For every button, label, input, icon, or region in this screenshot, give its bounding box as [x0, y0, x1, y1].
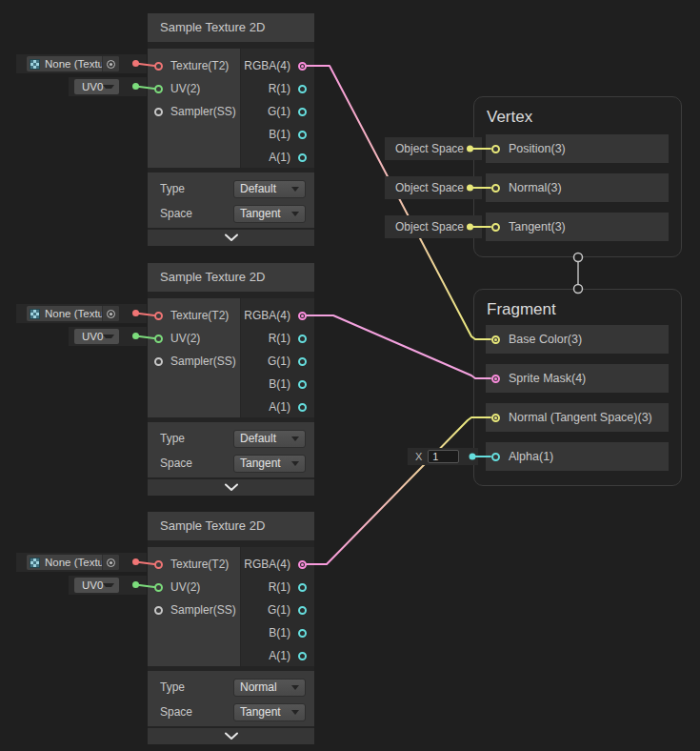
node-sample-texture-2d-2[interactable]: Sample Texture 2D Texture(T2) UV(2) Samp…	[148, 263, 314, 496]
port-rgba-output[interactable]	[298, 62, 307, 71]
port-label: Alpha(1)	[509, 450, 553, 463]
node-controls: Type Normal Space Tangent	[148, 671, 314, 726]
port-sampler-input[interactable]	[154, 606, 163, 615]
port-texture-input[interactable]	[154, 560, 163, 569]
port-a-output[interactable]	[298, 153, 307, 162]
port-label: UV(2)	[170, 332, 200, 345]
node-header[interactable]: Sample Texture 2D	[148, 13, 314, 42]
port-label: Texture(T2)	[170, 59, 229, 72]
port-position-input[interactable]	[491, 145, 500, 153]
texture-object-field[interactable]: None (Textu	[27, 306, 119, 321]
port-label: B(1)	[269, 377, 290, 391]
dropdown-value: Normal	[240, 680, 291, 694]
block-row-position[interactable]: Position(3)	[486, 134, 669, 163]
dropdown-arrow-icon	[103, 335, 114, 338]
port-g-output[interactable]	[298, 108, 307, 116]
control-label: Type	[160, 432, 233, 445]
port-g-output[interactable]	[298, 357, 307, 366]
space-dropdown[interactable]: Tangent	[233, 455, 306, 473]
object-picker-button[interactable]	[102, 306, 119, 321]
block-row-normal[interactable]: Normal(3)	[486, 173, 669, 202]
port-alpha-input[interactable]	[491, 453, 500, 461]
dropdown-arrow-icon	[291, 710, 299, 715]
port-label: UV(2)	[170, 580, 200, 594]
node-sample-texture-2d-1[interactable]: Sample Texture 2D Texture(T2) UV(2) Samp…	[148, 13, 314, 246]
node-sample-texture-2d-3[interactable]: Sample Texture 2D Texture(T2) UV(2) Samp…	[148, 512, 314, 744]
dropdown-value: UV0	[82, 579, 103, 591]
control-label: Space	[160, 705, 233, 719]
port-r-output[interactable]	[298, 335, 307, 343]
port-uv-input[interactable]	[154, 583, 163, 592]
port-label: G(1)	[268, 603, 290, 617]
shader-graph-canvas[interactable]: Vertex Position(3) Normal(3) Tangent(3) …	[0, 0, 700, 751]
collapse-button[interactable]	[148, 479, 314, 496]
port-rgba-output[interactable]	[298, 560, 307, 569]
block-row-base-color[interactable]: Base Color(3)	[486, 325, 669, 354]
port-sampler-input[interactable]	[154, 357, 163, 366]
node-header[interactable]: Sample Texture 2D	[148, 512, 314, 540]
output-port-column: RGBA(4) R(1) G(1) B(1) A(1)	[240, 49, 314, 168]
port-uv-input[interactable]	[154, 85, 163, 93]
node-controls: Type Default Space Tangent	[148, 173, 314, 228]
edge-sample3-rgba-to-normal-tangent-space[interactable]	[307, 417, 490, 564]
port-uv-input[interactable]	[154, 335, 163, 343]
space-dropdown[interactable]: Tangent	[233, 703, 306, 721]
block-row-alpha[interactable]: Alpha(1)	[486, 442, 669, 471]
space-binding-chip-position: Object Space	[385, 137, 482, 160]
port-label: R(1)	[269, 332, 290, 345]
port-normal-tangent-space-input[interactable]	[491, 414, 500, 422]
uv-default-strip: UV0	[69, 576, 147, 595]
block-row-sprite-mask[interactable]: Sprite Mask(4)	[486, 364, 669, 393]
node-vertex[interactable]: Vertex Position(3) Normal(3) Tangent(3)	[473, 96, 682, 257]
texture-field-value: None (Textu	[45, 308, 102, 319]
port-sprite-mask-input[interactable]	[491, 375, 500, 383]
port-a-output[interactable]	[298, 403, 307, 412]
edge-sample2-rgba-to-sprite-mask[interactable]	[307, 315, 490, 378]
port-rgba-output[interactable]	[298, 312, 307, 320]
port-b-output[interactable]	[298, 131, 307, 139]
texture-object-field[interactable]: None (Textu	[27, 555, 119, 570]
dropdown-value: UV0	[82, 331, 103, 342]
uv-channel-dropdown[interactable]: UV0	[74, 578, 119, 593]
uv-channel-dropdown[interactable]: UV0	[74, 79, 119, 94]
type-dropdown[interactable]: Default	[233, 430, 306, 448]
port-label: R(1)	[269, 580, 290, 594]
port-base-color-input[interactable]	[491, 335, 500, 344]
port-a-output[interactable]	[298, 652, 307, 660]
type-dropdown[interactable]: Normal	[233, 679, 306, 697]
port-texture-input[interactable]	[154, 312, 163, 320]
port-b-output[interactable]	[298, 629, 307, 638]
collapse-button[interactable]	[148, 230, 314, 246]
node-header[interactable]: Sample Texture 2D	[148, 263, 314, 292]
port-label: Sampler(SS)	[170, 105, 236, 118]
type-dropdown[interactable]: Default	[233, 180, 306, 198]
block-row-normal-tangent-space[interactable]: Normal (Tangent Space)(3)	[486, 403, 669, 432]
alpha-value-input[interactable]	[428, 450, 459, 463]
uv-channel-dropdown[interactable]: UV0	[74, 329, 119, 344]
port-r-output[interactable]	[298, 85, 307, 93]
space-dropdown[interactable]: Tangent	[233, 205, 306, 223]
object-picker-button[interactable]	[102, 555, 119, 570]
port-normal-input[interactable]	[491, 184, 500, 193]
texture-object-field[interactable]: None (Textu	[27, 56, 119, 71]
edge-sample1-rgba-to-base-color[interactable]	[307, 66, 490, 339]
dropdown-arrow-icon	[291, 187, 299, 192]
control-label: Type	[160, 182, 233, 195]
object-picker-icon	[107, 558, 115, 567]
node-title: Fragment	[487, 300, 681, 319]
port-r-output[interactable]	[298, 583, 307, 592]
object-picker-button[interactable]	[102, 56, 119, 71]
port-g-output[interactable]	[298, 606, 307, 615]
port-texture-input[interactable]	[154, 62, 163, 71]
port-sampler-input[interactable]	[154, 108, 163, 116]
chevron-down-icon	[224, 483, 239, 492]
port-tangent-input[interactable]	[491, 223, 500, 232]
dropdown-arrow-icon	[291, 461, 299, 466]
block-row-tangent[interactable]: Tangent(3)	[486, 213, 669, 241]
space-binding-chip-normal: Object Space	[385, 176, 482, 199]
node-fragment[interactable]: Fragment Base Color(3) Sprite Mask(4) No…	[473, 289, 682, 486]
input-port-column: Texture(T2) UV(2) Sampler(SS)	[148, 298, 240, 417]
texture-checker-icon	[30, 309, 40, 319]
collapse-button[interactable]	[148, 728, 314, 744]
port-b-output[interactable]	[298, 380, 307, 389]
